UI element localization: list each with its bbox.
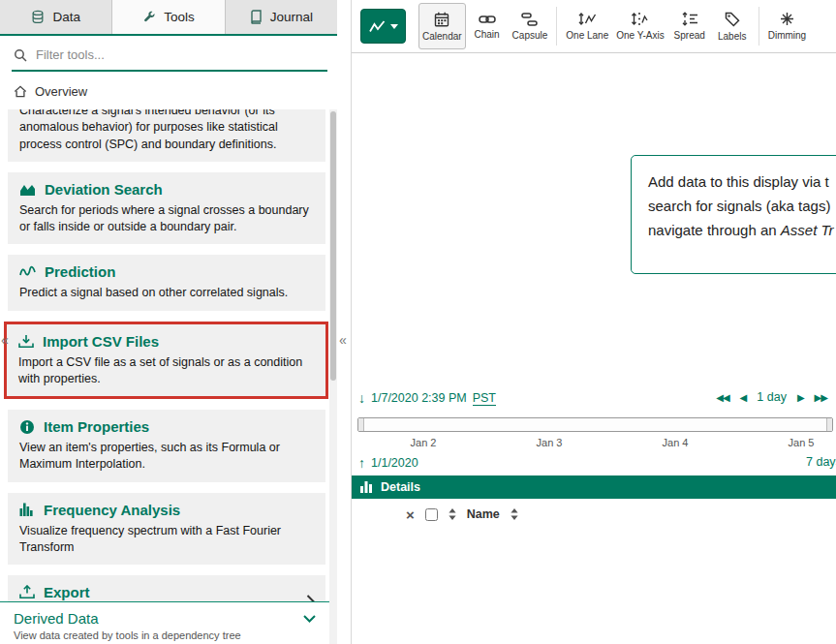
step-size-button[interactable]: 1 day <box>757 390 787 404</box>
toolbar-button-label: Dimming <box>768 30 806 41</box>
derived-data-label: Derived Data <box>14 610 99 627</box>
scrollbar-thumb[interactable] <box>330 111 336 381</box>
toolbar-one-lane-button[interactable]: One Lane <box>562 3 612 49</box>
tool-description: Predict a signal based on other correlat… <box>19 285 314 301</box>
info-icon <box>19 419 35 435</box>
axis-tick-label: Jan 2 <box>411 437 437 448</box>
left-sidebar: Data Tools Journal <box>0 0 337 644</box>
step-forward-full-icon[interactable]: ▶▶ <box>815 392 827 403</box>
one-lane-icon <box>578 12 597 26</box>
toolbar-separator <box>759 7 759 46</box>
database-icon <box>31 10 45 24</box>
export-icon <box>19 585 35 599</box>
details-panel-header: Details <box>352 475 836 499</box>
tool-description: Search for periods where a signal crosse… <box>19 202 314 236</box>
display-range-start[interactable]: ↓ 1/7/2020 2:39 PM PST <box>358 390 496 406</box>
toolbar-button-label: Capsule <box>512 30 548 41</box>
tools-scrollbar[interactable] <box>329 109 337 644</box>
tab-label: Data <box>52 10 80 24</box>
tab-label: Tools <box>164 10 195 24</box>
toolbar-calendar-button[interactable]: Calendar <box>418 3 466 49</box>
timezone-link[interactable]: PST <box>473 391 496 406</box>
bar-chart-icon <box>360 481 374 493</box>
message-line: search for signals (aka tags) <box>648 194 836 218</box>
wrench-icon <box>142 11 156 24</box>
tab-journal[interactable]: Journal <box>226 0 337 34</box>
toolbar-capsule-button[interactable]: Capsule <box>509 3 552 49</box>
select-all-checkbox[interactable] <box>425 508 438 521</box>
labels-icon <box>725 12 740 27</box>
overview-link[interactable]: Overview <box>0 72 337 109</box>
display-pane: Calendar Chain Capsule One Lane <box>351 0 836 644</box>
tool-name: Frequency Analysis <box>44 502 180 518</box>
toolbar-button-label: Calendar <box>422 31 462 42</box>
step-controls: ◀◀ ◀ 1 day ▶ ▶▶ <box>716 390 827 404</box>
derived-data-description: View data created by tools in a dependen… <box>14 629 316 641</box>
investigate-range-value[interactable]: 1/1/2020 <box>371 456 418 470</box>
home-icon <box>14 85 27 98</box>
tool-card-boundaries[interactable]: Characterize a signal's intended behavio… <box>8 109 325 162</box>
toolbar-button-label: Labels <box>718 31 746 42</box>
caret-down-icon <box>390 24 398 29</box>
collapse-panel-icon[interactable]: « <box>1 333 9 347</box>
chain-icon <box>479 14 496 25</box>
display-range-value[interactable]: 1/7/2020 2:39 PM <box>371 391 467 405</box>
tool-description: View an item's properties, such as its F… <box>19 440 314 474</box>
seeq-workbench: Data Tools Journal <box>0 0 836 644</box>
timeline-axis: Jan 2 Jan 3 Jan 4 Jan 5 <box>352 437 836 450</box>
filter-tools-input[interactable] <box>36 47 325 62</box>
capsule-icon <box>521 13 538 26</box>
tool-card-item-properties[interactable]: Item Properties View an item's propertie… <box>8 410 325 482</box>
down-arrow-icon: ↓ <box>358 390 365 406</box>
step-back-icon[interactable]: ◀ <box>740 392 747 403</box>
toolbar-button-label: Chain <box>475 29 500 40</box>
dimming-icon <box>780 12 794 26</box>
investigate-range-slider[interactable] <box>357 417 833 432</box>
spread-icon <box>681 12 698 26</box>
details-table-header: × Name <box>352 499 836 530</box>
toolbar-spread-button[interactable]: Spread <box>668 3 711 49</box>
frequency-analysis-icon <box>19 503 35 516</box>
derived-data-section[interactable]: Derived Data View data created by tools … <box>0 601 329 644</box>
tools-list: Characterize a signal's intended behavio… <box>0 109 329 605</box>
tool-card-frequency-analysis[interactable]: Frequency Analysis Visualize frequency s… <box>8 493 325 566</box>
trend-view-dropdown[interactable] <box>360 9 406 44</box>
name-column-header[interactable]: Name <box>467 507 500 521</box>
toolbar-one-y-axis-button[interactable]: One Y-Axis <box>612 3 667 49</box>
collapse-panel-icon[interactable]: « <box>339 333 347 347</box>
tool-card-prediction[interactable]: Prediction Predict a signal based on oth… <box>8 255 325 310</box>
toolbar-labels-button[interactable]: Labels <box>711 3 754 49</box>
investigate-range-start[interactable]: ↑ 1/1/2020 <box>358 455 418 471</box>
sort-icon[interactable] <box>449 508 456 520</box>
chevron-down-icon[interactable] <box>303 615 316 623</box>
tool-card-deviation-search[interactable]: Deviation Search Search for periods wher… <box>8 172 325 245</box>
axis-tick-label: Jan 5 <box>789 437 815 448</box>
step-back-full-icon[interactable]: ◀◀ <box>716 392 728 403</box>
tool-filter <box>12 47 327 72</box>
tool-description: Characterize a signal's intended behavio… <box>19 109 314 153</box>
tab-tools[interactable]: Tools <box>112 0 225 34</box>
axis-tick-label: Jan 3 <box>537 437 563 448</box>
tool-card-import-csv[interactable]: Import CSV Files Import a CSV file as a … <box>4 322 328 400</box>
trend-icon <box>369 20 386 33</box>
tab-data[interactable]: Data <box>0 0 112 34</box>
calendar-icon <box>434 12 449 27</box>
trend-chart-area[interactable]: Add data to this display via t search fo… <box>352 54 836 383</box>
search-icon <box>14 48 27 62</box>
tool-name: Prediction <box>45 263 115 280</box>
display-toolbar: Calendar Chain Capsule One Lane <box>352 0 836 53</box>
details-title: Details <box>381 480 420 494</box>
axis-tick-label: Jan 4 <box>663 437 689 448</box>
toolbar-chain-button[interactable]: Chain <box>466 3 509 49</box>
add-data-message: Add data to this display via t search fo… <box>631 155 836 274</box>
sort-icon[interactable] <box>511 508 518 520</box>
toolbar-button-label: One Lane <box>566 30 608 41</box>
tab-label: Journal <box>270 10 313 24</box>
overview-label: Overview <box>35 84 87 99</box>
message-line: navigate through an Asset Tr <box>648 218 836 242</box>
remove-all-icon[interactable]: × <box>406 507 415 522</box>
deviation-search-icon <box>19 182 36 197</box>
toolbar-dimming-button[interactable]: Dimming <box>764 3 810 49</box>
step-forward-icon[interactable]: ▶ <box>797 392 804 403</box>
investigate-duration[interactable]: 7 days <box>806 455 836 469</box>
